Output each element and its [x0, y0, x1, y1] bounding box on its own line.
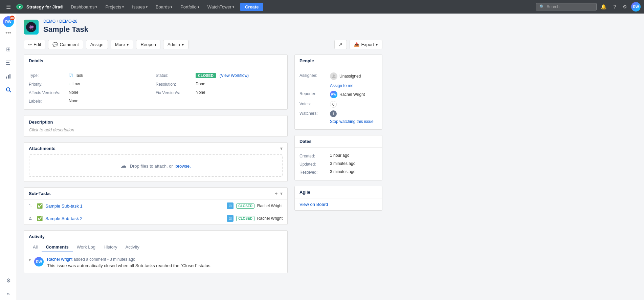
created-label: Created:: [299, 153, 330, 158]
admin-button[interactable]: Admin ▾: [163, 40, 188, 49]
subtask-assignee-1: Rachel Wright: [257, 203, 283, 208]
comment-row-1: ▾ RW Rachel Wright added a comment - 3 m…: [29, 257, 283, 268]
hamburger-button[interactable]: ☰: [3, 2, 14, 12]
tab-all[interactable]: All: [29, 242, 42, 252]
breadcrumb-issue[interactable]: DEMO-28: [59, 19, 77, 24]
sidebar-icon-search-issues[interactable]: [2, 84, 15, 96]
description-title: Description: [29, 120, 283, 125]
assign-to-me-link[interactable]: Assign to me: [330, 83, 353, 88]
export-icon: 📤: [354, 42, 359, 47]
browse-link[interactable]: browse.: [175, 164, 191, 169]
resolution-value: Done: [196, 82, 205, 86]
priority-label: Priority:: [29, 82, 66, 87]
notifications-icon[interactable]: 🔔: [598, 3, 609, 11]
subtask-name-1[interactable]: Sample Sub-task 1: [45, 203, 224, 209]
resolution-label: Resolution:: [156, 82, 193, 87]
comment-text: This issue was automatically closed when…: [47, 263, 212, 268]
comment-author-link[interactable]: Rachel Wright: [47, 257, 72, 262]
sidebar-icon-boards[interactable]: ⊞: [2, 43, 15, 55]
sidebar-icon-roadmap[interactable]: [2, 57, 15, 69]
more-button[interactable]: More ▾: [111, 40, 134, 49]
reopen-button[interactable]: Reopen: [136, 40, 160, 49]
subtask-status-2: CLOSED: [236, 216, 254, 221]
assign-button[interactable]: Assign: [86, 40, 108, 49]
sidebar-more-dots[interactable]: •••: [4, 28, 13, 37]
svg-rect-6: [6, 77, 7, 79]
nav-portfolio[interactable]: Portfolio ▾: [177, 3, 203, 11]
tab-worklog[interactable]: Work Log: [73, 242, 99, 252]
subtask-assignee-2: Rachel Wright: [257, 216, 283, 221]
subtasks-add-icon[interactable]: +: [275, 191, 277, 196]
created-row: Created: 1 hour ago: [299, 152, 377, 160]
dates-panel-body: Created: 1 hour ago Updated: 3 minutes a…: [295, 148, 382, 180]
votes-value: 0: [330, 101, 337, 108]
share-button[interactable]: ↗: [334, 40, 347, 49]
subtask-name-2[interactable]: Sample Sub-task 2: [45, 216, 224, 221]
comment-button[interactable]: 💬 Comment: [48, 40, 83, 49]
nav-dashboards[interactable]: Dashboards ▾: [67, 3, 101, 11]
sidebar-icon-settings-bottom[interactable]: ⚙: [2, 274, 15, 286]
breadcrumb: DEMO / DEMO-28: [43, 19, 88, 24]
subtask-row-1: 1. ✅ Sample Sub-task 1 ☑ CLOSED Rachel W…: [24, 199, 287, 212]
tab-comments[interactable]: Comments: [42, 242, 72, 252]
people-panel: People Assignee:: [294, 55, 382, 130]
settings-nav-icon[interactable]: ⚙: [620, 3, 630, 11]
logo[interactable]: Strategy for Jira®: [15, 3, 63, 10]
attachments-chevron-icon[interactable]: ▾: [280, 146, 283, 151]
top-nav: ☰ Strategy for Jira® Dashboards ▾ Projec…: [0, 0, 644, 14]
resolved-value: 3 minutes ago: [330, 169, 355, 174]
search-icon: 🔍: [539, 4, 545, 9]
issue-body: Details Type: ☑ Task: [24, 55, 382, 279]
share-icon: ↗: [339, 42, 342, 47]
fixversion-label: Fix Version/s:: [156, 90, 193, 95]
view-workflow-link[interactable]: (View Workflow): [220, 73, 249, 78]
brand-name: Strategy for Jira®: [26, 4, 63, 9]
nav-issues[interactable]: Issues ▾: [129, 3, 151, 11]
nav-projects[interactable]: Projects ▾: [102, 3, 127, 11]
subtasks-chevron-icon[interactable]: ▾: [280, 191, 283, 196]
detail-labels-row: Labels: None: [29, 97, 156, 105]
reporter-value: RW Rachel Wright: [330, 91, 365, 98]
tab-history[interactable]: History: [99, 242, 121, 252]
subtask-num-1: 1.: [29, 203, 34, 208]
left-sidebar: RW 38 ••• ⊞ ⚙ »: [0, 14, 17, 300]
type-value: ☑ Task: [69, 73, 83, 78]
subtasks-panel: Sub-Tasks + ▾ 1. ✅ Sample Sub-task 1 ☑ C…: [24, 187, 288, 225]
status-value: CLOSED (View Workflow): [196, 73, 249, 78]
svg-rect-3: [6, 61, 11, 61]
nav-boards[interactable]: Boards ▾: [152, 3, 176, 11]
sidebar-avatar[interactable]: RW 38: [3, 16, 14, 27]
help-icon[interactable]: ?: [610, 3, 619, 11]
edit-icon: ✏: [28, 42, 32, 47]
create-button[interactable]: Create: [240, 3, 263, 11]
view-on-board-link[interactable]: View on Board: [299, 202, 328, 207]
drop-zone[interactable]: ☁ Drop files to attach, or browse.: [29, 154, 283, 177]
votes-badge: 0: [330, 101, 337, 108]
toolbar-right: ↗ 📤 Export ▾: [334, 40, 382, 49]
fixversion-value: None: [196, 90, 205, 95]
edit-button[interactable]: ✏ Edit: [24, 40, 45, 49]
search-box[interactable]: 🔍 Search: [536, 3, 597, 10]
svg-point-11: [333, 74, 335, 77]
subtask-check-1: ✅: [37, 203, 43, 209]
description-placeholder[interactable]: Click to add description: [29, 127, 283, 132]
tab-activity[interactable]: Activity: [121, 242, 143, 252]
issue-sidebar: People Assignee:: [294, 55, 382, 279]
export-button[interactable]: 📤 Export ▾: [350, 40, 382, 49]
assignee-label: Assignee:: [299, 72, 330, 78]
votes-label: Votes:: [299, 101, 330, 106]
page-title: Sample Task: [43, 25, 88, 34]
nav-watchtower[interactable]: WatchTower ▾: [204, 3, 238, 11]
comment-toggle[interactable]: ▾: [29, 258, 31, 262]
stop-watching-link[interactable]: Stop watching this issue: [330, 119, 374, 124]
sidebar-icon-expand[interactable]: »: [2, 288, 15, 300]
sidebar-icon-reports[interactable]: [2, 70, 15, 82]
attachments-panel: Attachments ▾ ☁ Drop files to attach, or…: [24, 142, 288, 182]
user-avatar-nav[interactable]: RW: [631, 2, 641, 12]
details-panel-body: Type: ☑ Task Priority: ↓: [24, 67, 287, 109]
subtask-type-icon-1: ☑: [227, 202, 234, 209]
assign-to-me-row: Assign to me: [299, 81, 377, 89]
breadcrumb-project[interactable]: DEMO: [43, 19, 55, 24]
breadcrumb-separator: /: [57, 19, 58, 24]
activity-body: ▾ RW Rachel Wright added a comment - 3 m…: [24, 252, 287, 273]
